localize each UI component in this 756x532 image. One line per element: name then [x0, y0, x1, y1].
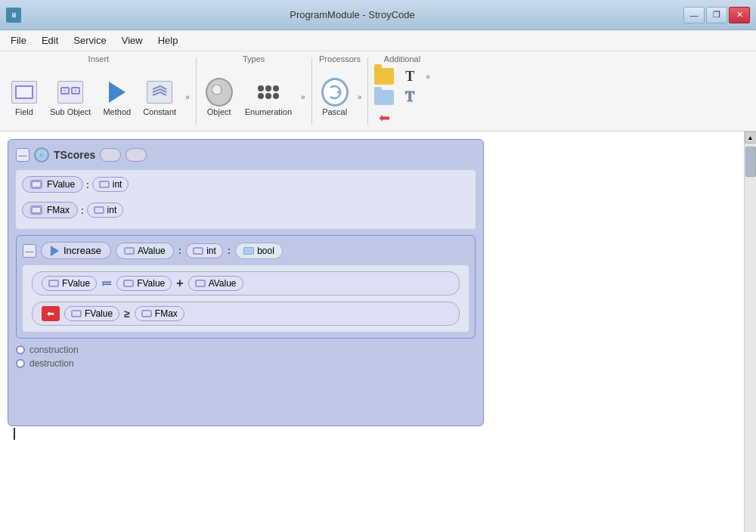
class-oval-btn-1[interactable]	[100, 148, 121, 162]
divider-1	[196, 57, 197, 125]
insert-label: Insert	[76, 54, 121, 63]
menu-view[interactable]: View	[114, 32, 150, 49]
svg-rect-11	[49, 280, 58, 286]
menu-file[interactable]: File	[3, 32, 34, 49]
tscores-collapse-button[interactable]: —	[16, 148, 29, 162]
colon-4: :	[228, 245, 231, 256]
processors-label: Processors	[317, 54, 362, 63]
close-button[interactable]: ✕	[729, 7, 750, 23]
fmax-field-icon	[30, 206, 42, 215]
cursor-line	[8, 426, 736, 441]
constant-label: Constant	[143, 107, 176, 116]
types-more-button[interactable]: »	[299, 93, 307, 101]
fmax-field-row: FMax : int	[22, 202, 469, 223]
destruction-label: destruction	[29, 358, 74, 369]
return-lhs: FValue	[64, 306, 119, 321]
fields-container: FValue : int FMax	[16, 170, 476, 229]
colon-1: :	[86, 179, 92, 190]
assign-symbol: ≔	[101, 277, 112, 289]
menu-service[interactable]: Service	[66, 32, 113, 49]
fvalue-field-node[interactable]: FValue	[22, 176, 83, 193]
text-outline-button[interactable]: T	[398, 88, 421, 107]
menu-help[interactable]: Help	[150, 32, 186, 49]
folder-button[interactable]	[373, 66, 395, 86]
right-scrollbar: ▲ ▼	[744, 131, 756, 532]
class-name: TScores	[54, 149, 95, 161]
fvalue-type-badge: int	[92, 177, 129, 192]
object-button[interactable]: Object	[201, 76, 237, 119]
construction-circle	[16, 345, 25, 354]
svg-marker-4	[336, 89, 341, 95]
enumeration-icon	[255, 79, 282, 106]
svg-rect-6	[100, 181, 109, 187]
svg-rect-15	[142, 311, 151, 317]
menu-edit[interactable]: Edit	[34, 32, 66, 49]
class-oval-btn-2[interactable]	[125, 148, 147, 162]
param-badge: AValue	[116, 243, 174, 259]
cursor	[14, 428, 15, 440]
text-button[interactable]: T	[398, 67, 421, 86]
svg-rect-7	[32, 207, 41, 213]
object-label: Object	[207, 107, 231, 116]
method-triangle-icon	[51, 246, 59, 256]
additional-label: Additional	[380, 54, 425, 63]
assign-lhs: FValue	[42, 276, 97, 291]
back-arrow-button[interactable]: ⬅	[373, 108, 395, 128]
canvas-area: — ○ TScores FValue :	[0, 131, 744, 532]
title-bar: 🖥 ProgramModule - StroyCode — ❐ ✕	[0, 0, 756, 30]
scroll-track	[745, 144, 756, 532]
object-icon	[206, 79, 233, 106]
class-badge: ○	[34, 147, 49, 162]
fvalue-field-icon	[30, 180, 42, 189]
toolbar-insert-section: Insert Field	[6, 54, 191, 128]
app-icon: 🖥	[6, 8, 21, 23]
enumeration-button[interactable]: Enumeration	[240, 76, 296, 119]
toolbar-additional-section: Additional T » T	[373, 54, 432, 128]
subobject-button[interactable]: Sub Object	[45, 76, 95, 119]
minimize-button[interactable]: —	[683, 7, 705, 23]
folder2-button[interactable]	[373, 88, 395, 107]
additional-more-button[interactable]: »	[424, 73, 432, 81]
plus-symbol: +	[176, 277, 183, 290]
colon-2: :	[81, 205, 87, 216]
insert-more-button[interactable]: »	[184, 93, 191, 101]
maximize-button[interactable]: ❐	[706, 7, 727, 23]
method-badge[interactable]: Increase	[41, 242, 111, 259]
method-collapse-button[interactable]: —	[23, 244, 36, 258]
field-button[interactable]: Field	[6, 76, 42, 119]
method-button[interactable]: Method	[98, 76, 135, 119]
assign-op1: FValue	[116, 276, 172, 291]
svg-rect-8	[94, 207, 104, 213]
assign-op2: AValue	[188, 276, 243, 291]
processors-more-button[interactable]: »	[356, 93, 364, 101]
bool-icon	[243, 247, 254, 255]
menu-bar: File Edit Service View Help	[0, 30, 756, 51]
construction-item: construction	[16, 345, 476, 355]
constant-icon	[146, 79, 173, 106]
pascal-button[interactable]: Pascal	[317, 76, 353, 119]
window-title: ProgramModule - StroyCode	[21, 9, 683, 20]
return-type-badge: bool	[235, 243, 283, 259]
toolbar-processors-section: Processors Pascal »	[317, 54, 364, 128]
fmax-field-node[interactable]: FMax	[22, 202, 78, 218]
svg-rect-13	[196, 280, 205, 286]
types-tools: Object Enumeration »	[201, 66, 307, 128]
gte-symbol: ≥	[124, 308, 130, 320]
destruction-circle	[16, 359, 25, 368]
constant-button[interactable]: Constant	[138, 76, 181, 119]
colon-3: :	[178, 245, 181, 256]
back-arrow-icon: ⬅	[379, 110, 390, 126]
tscores-block: — ○ TScores FValue :	[8, 139, 484, 426]
main-area: — ○ TScores FValue :	[0, 131, 756, 532]
method-icon	[104, 79, 131, 106]
svg-point-3	[74, 89, 77, 92]
toolbar-types-section: Types Object Enumeration »	[201, 54, 307, 128]
method-container: — Increase AValue : int :	[16, 235, 476, 339]
fmax-type-badge: int	[87, 203, 124, 218]
scroll-thumb[interactable]	[745, 147, 756, 177]
param-name: AValue	[138, 246, 166, 256]
svg-point-2	[64, 89, 67, 92]
processors-tools: Pascal »	[317, 66, 364, 128]
scroll-up-button[interactable]: ▲	[745, 131, 757, 144]
divider-3	[367, 57, 368, 125]
